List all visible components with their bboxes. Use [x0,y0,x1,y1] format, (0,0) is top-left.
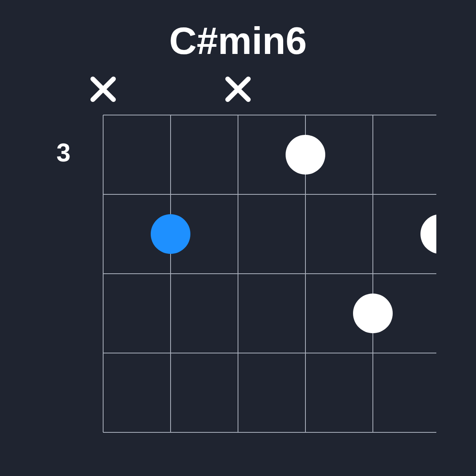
mute-icon [228,79,248,100]
note-dot [353,294,393,333]
chord-diagram: 3 [40,67,436,464]
chord-diagram-container: 3 [0,67,476,464]
starting-fret-label: 3 [56,138,71,167]
root-note-dot [151,214,190,254]
note-dot [286,135,325,175]
chord-title: C#min6 [0,0,476,67]
mute-icon [93,79,113,100]
note-dot [420,214,436,254]
